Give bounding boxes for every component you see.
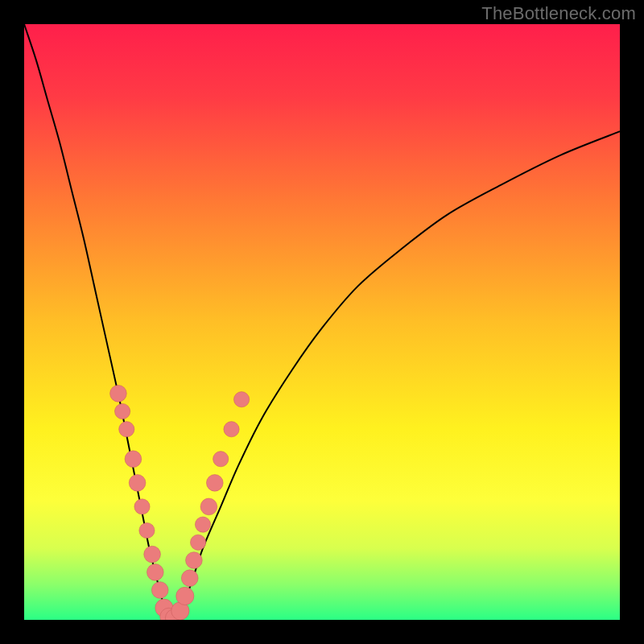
curve-marker — [186, 552, 203, 569]
curve-marker — [134, 499, 150, 514]
curve-marker — [181, 570, 198, 587]
curve-marker — [190, 535, 205, 550]
curve-marker — [119, 422, 134, 437]
curve-marker — [129, 474, 146, 491]
curve-marker — [144, 546, 161, 563]
curve-marker — [151, 582, 168, 599]
plot-area — [24, 24, 620, 620]
curve-marker — [114, 403, 130, 419]
curve-marker — [224, 422, 239, 437]
curve-marker — [139, 522, 155, 538]
curve-marker — [125, 451, 142, 468]
curve-marker — [200, 498, 217, 515]
curve-marker — [110, 385, 127, 402]
watermark-text: TheBottleneck.com — [481, 3, 636, 24]
curve-marker — [195, 517, 210, 532]
plot-svg — [24, 24, 620, 620]
curve-marker — [147, 564, 163, 580]
curve-marker — [206, 474, 223, 491]
curve-marker — [233, 392, 249, 407]
background-gradient — [24, 24, 620, 620]
curve-marker — [176, 587, 194, 605]
curve-marker — [213, 452, 229, 467]
chart-frame: TheBottleneck.com — [0, 0, 644, 644]
